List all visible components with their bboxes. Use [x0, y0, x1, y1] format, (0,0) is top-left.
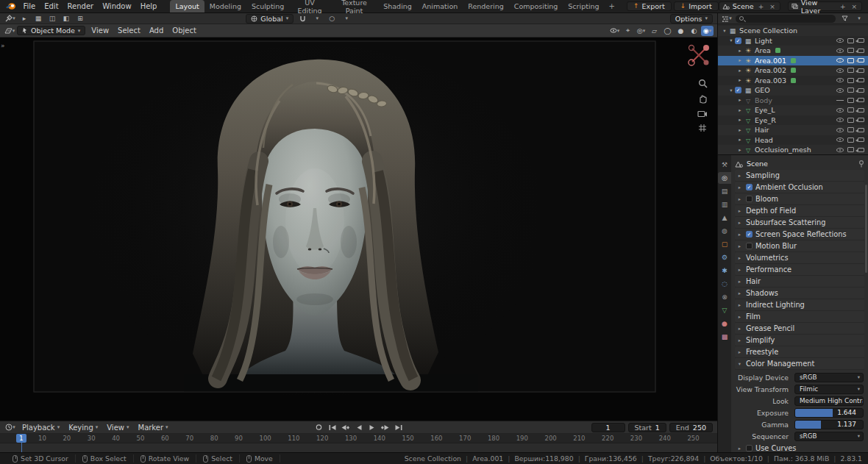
outliner-filter-dropdown[interactable] — [853, 14, 865, 24]
panel-expand-arrow-icon[interactable] — [736, 243, 743, 249]
disable-in-viewports-icon[interactable] — [847, 68, 854, 73]
workspace-tab[interactable]: Modeling — [204, 0, 246, 13]
play-reverse-button[interactable] — [353, 423, 364, 432]
workspace-tab[interactable]: Animation — [417, 0, 463, 13]
expand-arrow-icon[interactable]: ▸ — [736, 137, 744, 143]
disable-in-viewports-icon[interactable] — [847, 138, 854, 143]
filter-icon[interactable] — [839, 14, 850, 24]
zoom-button[interactable] — [698, 79, 708, 88]
use-curves-row[interactable]: Use Curves — [735, 444, 864, 452]
select-mode-circle-button[interactable]: ◫ — [46, 14, 58, 24]
hide-in-viewport-eye-icon[interactable] — [836, 88, 844, 93]
select-widget[interactable]: sRGB — [794, 373, 864, 382]
end-frame-field[interactable]: End 250 — [669, 423, 713, 432]
panel-expand-arrow-icon[interactable] — [736, 173, 743, 179]
panel-expand-arrow-icon[interactable] — [736, 196, 743, 202]
outliner-row[interactable]: ▾ GEO — [718, 85, 868, 96]
properties-tab[interactable]: ◍ — [718, 225, 731, 237]
hide-in-viewport-eye-icon[interactable] — [836, 68, 844, 73]
mode-select-dropdown[interactable]: Object Mode — [17, 26, 85, 35]
panel-header-row[interactable]: Freestyle — [735, 346, 864, 358]
new-scene-button[interactable]: + — [757, 3, 766, 10]
panel-expand-arrow-icon[interactable] — [736, 279, 743, 285]
panel-header-row[interactable]: Ambient Occlusion — [735, 182, 864, 193]
menubar-item[interactable]: Render — [63, 1, 99, 11]
disable-in-viewports-icon[interactable] — [847, 98, 854, 103]
snap-settings-dropdown[interactable] — [311, 14, 323, 24]
toolbar-expand-arrow[interactable]: » — [1, 42, 5, 49]
disable-in-renders-icon[interactable] — [858, 128, 864, 132]
panel-enable-checkbox[interactable] — [746, 231, 753, 238]
hide-in-viewport-eye-icon[interactable] — [836, 118, 844, 122]
panel-header-row[interactable]: Indirect Lighting — [735, 299, 864, 311]
collection-enable-checkbox[interactable] — [735, 87, 741, 93]
menubar-item[interactable]: File — [18, 1, 40, 11]
playhead-frame-badge[interactable]: 1 — [16, 434, 26, 443]
panel-header-row[interactable]: Hair — [735, 276, 864, 288]
expand-arrow-icon[interactable]: ▸ — [736, 48, 744, 54]
playhead[interactable]: 1 — [21, 434, 22, 452]
slider-widget[interactable]: 1.644 — [794, 408, 864, 418]
navigation-axis-gizmo[interactable] — [686, 43, 711, 68]
proportional-editing-toggle[interactable]: ○ — [326, 14, 338, 24]
panel-expand-arrow-icon[interactable] — [736, 255, 743, 261]
outliner-row[interactable]: ▸ Area — [718, 46, 868, 56]
panel-expand-arrow-icon[interactable] — [736, 314, 743, 320]
unlink-scene-button[interactable]: × — [768, 3, 777, 10]
expand-arrow-icon[interactable]: ▸ — [736, 68, 744, 74]
jump-to-end-button[interactable] — [393, 423, 404, 432]
select-widget[interactable]: Medium High Contrast — [794, 396, 864, 406]
panel-header-row[interactable]: Shadows — [735, 288, 864, 299]
start-frame-field[interactable]: Start 1 — [628, 423, 666, 432]
pin-id-button[interactable] — [858, 160, 864, 168]
proportional-falloff-dropdown[interactable] — [341, 14, 352, 24]
expand-arrow-icon[interactable]: ▸ — [736, 127, 744, 133]
expand-arrow-icon[interactable]: ▸ — [736, 147, 744, 153]
panel-header-row[interactable]: Bloom — [735, 193, 864, 205]
disable-in-viewports-icon[interactable] — [847, 127, 854, 132]
panel-header-row[interactable]: Subsurface Scattering — [735, 217, 864, 229]
panel-enable-checkbox[interactable] — [746, 243, 753, 249]
expand-arrow-icon[interactable]: ▸ — [736, 77, 744, 83]
expand-arrow-icon[interactable]: ▾ — [728, 38, 735, 43]
prev-keyframe-button[interactable] — [340, 423, 351, 432]
editor-type-dropdown[interactable] — [4, 26, 15, 35]
active-tool-dropdown[interactable] — [4, 14, 16, 24]
workspace-tab[interactable]: Rendering — [463, 0, 509, 13]
panel-expand-arrow-icon[interactable] — [736, 326, 743, 332]
panel-expand-arrow-icon[interactable] — [736, 302, 743, 308]
add-view-layer-button[interactable]: + — [839, 3, 847, 10]
properties-tab[interactable]: ● — [718, 318, 731, 329]
hide-in-viewport-eye-icon[interactable] — [836, 58, 844, 63]
outliner-row[interactable]: ▸ Area.001 — [718, 56, 868, 66]
show-overlays-toggle[interactable]: ◎ — [635, 26, 647, 36]
disable-in-renders-icon[interactable] — [858, 98, 864, 102]
outliner-row[interactable]: ▸ Area.003 — [718, 76, 868, 86]
disable-in-renders-icon[interactable] — [858, 88, 864, 93]
slider-widget[interactable]: 1.137 — [794, 420, 864, 429]
timeline-ruler[interactable]: 0 10 20 30 40 50 60 70 — [0, 434, 717, 443]
expand-arrow-icon[interactable]: ▸ — [736, 57, 744, 63]
disable-in-viewports-icon[interactable] — [847, 38, 854, 43]
properties-tab[interactable]: ▽ — [718, 304, 731, 316]
properties-tab[interactable]: ▤ — [718, 185, 731, 197]
panel-expand-arrow-icon[interactable] — [736, 208, 743, 214]
expand-arrow-icon[interactable]: ▸ — [736, 117, 744, 123]
camera-view-button[interactable] — [697, 110, 708, 118]
toggle-ortho-button[interactable] — [698, 124, 707, 132]
panel-header-row[interactable]: Sampling — [735, 170, 864, 182]
select-widget[interactable]: sRGB — [794, 432, 864, 441]
outliner-row[interactable]: ▸ Body — [718, 96, 868, 106]
select-widget[interactable]: Filmic — [794, 385, 864, 394]
expand-arrow-icon[interactable]: ▾ — [728, 88, 735, 93]
snap-magnet-toggle[interactable] — [296, 14, 308, 24]
panel-expand-arrow-icon[interactable] — [736, 267, 743, 273]
properties-tab[interactable]: ▩ — [718, 331, 731, 343]
menubar-item[interactable]: Edit — [40, 1, 63, 11]
outliner-row[interactable]: ▾ Scene Collection — [718, 26, 868, 36]
outliner-row[interactable]: ▸ Hair — [718, 125, 868, 135]
disable-in-viewports-icon[interactable] — [847, 107, 854, 113]
disable-in-renders-icon[interactable] — [858, 58, 864, 63]
timeline-menu-item[interactable]: Keying — [64, 423, 102, 432]
hide-in-viewport-eye-icon[interactable] — [836, 128, 844, 132]
